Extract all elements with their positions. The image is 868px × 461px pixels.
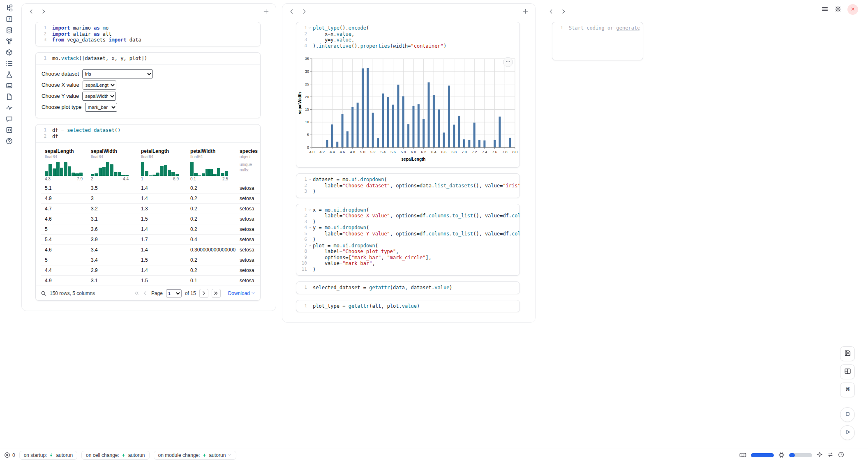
panel-documentation-button[interactable]	[3, 94, 15, 101]
svg-text:5.4: 5.4	[381, 150, 386, 154]
chevron-right-icon	[561, 9, 566, 16]
last-page-button[interactable]	[212, 289, 221, 298]
cell-editor[interactable]: 1Start coding or generate with AI	[552, 22, 643, 60]
panel-functions-button[interactable]: f	[3, 16, 15, 23]
settings-button[interactable]	[834, 5, 842, 14]
clock-icon	[838, 452, 844, 459]
notebook-column: 1Start coding or generate with AI	[541, 3, 648, 71]
column-header	[282, 4, 535, 20]
notebook-menu-button[interactable]	[821, 5, 829, 14]
generate-with-ai-link[interactable]: generate	[616, 25, 639, 31]
panel-chat-button[interactable]	[3, 116, 15, 123]
panel-dependency-graph-button[interactable]	[3, 38, 15, 46]
column-move-right-button[interactable]	[561, 9, 566, 16]
panel-layout-button[interactable]	[840, 364, 855, 379]
column-move-left-button[interactable]	[289, 9, 295, 16]
save-button[interactable]	[840, 346, 855, 361]
add-cell-button[interactable]	[263, 8, 269, 16]
fold-spacer	[46, 25, 52, 26]
line-number: 1	[296, 285, 307, 291]
plot-type-select[interactable]: mark_bar	[85, 103, 117, 112]
cell-editor[interactable]: 1x = mo.ui.dropdown(2 label="Choose X va…	[296, 204, 519, 276]
vega-bar-chart[interactable]: 051015202530354.04.24.44.64.85.05.25.45.…	[297, 55, 520, 164]
table-column-header[interactable]: sepalLengthfloat644.37.9	[41, 146, 87, 183]
fold-chevron-icon[interactable]	[307, 243, 313, 247]
page-select[interactable]: 1	[166, 289, 182, 297]
line-number: 1	[296, 207, 307, 213]
table-footer: 150 rows, 5 columnsPage1of 15Download	[36, 286, 260, 300]
ai-assistant-button[interactable]	[817, 452, 823, 459]
stop-icon	[844, 410, 851, 419]
table-cell: 0.2	[186, 214, 235, 224]
shutdown-button[interactable]	[847, 4, 858, 15]
table-column-header[interactable]: speciesobjectuniquenulls:	[235, 146, 260, 183]
column-move-left-button[interactable]	[28, 9, 34, 16]
dataset-select[interactable]: iris	[82, 69, 153, 78]
fold-spacer	[307, 43, 313, 44]
swap-view-button[interactable]	[827, 452, 833, 459]
line-number: 2	[296, 31, 307, 37]
first-page-button[interactable]	[134, 290, 139, 296]
code-line: 1mo.vstack([dataset, x, y, plot])	[36, 55, 257, 62]
keyboard-icon[interactable]	[739, 452, 746, 459]
cell-editor[interactable]: 1plot_type().encode(2 x=x.value,3 y=y.va…	[296, 22, 519, 52]
table-column-header[interactable]: petalWidthfloat640.12.5	[186, 146, 235, 183]
chevron-right-icon	[41, 9, 46, 16]
fold-chevron-icon[interactable]	[307, 25, 313, 30]
runtime-config-chip[interactable]: on cell change:autorun	[81, 451, 149, 460]
panel-help-button[interactable]	[3, 138, 15, 145]
close-x-icon	[850, 6, 856, 13]
table-cell: 0.2	[186, 265, 235, 275]
panel-variables-button[interactable]	[3, 83, 15, 90]
svg-text:7.8: 7.8	[502, 150, 508, 154]
cell-editor[interactable]: 1df = selected_dataset()2df	[36, 124, 260, 142]
chart-actions-button[interactable]	[503, 57, 513, 67]
svg-text:5: 5	[307, 133, 309, 137]
panel-tracebacks-button[interactable]	[3, 105, 15, 112]
table-column-header[interactable]: sepalWidthfloat6424.4	[87, 146, 137, 183]
download-button[interactable]: Download	[228, 290, 255, 296]
column-header	[22, 4, 276, 20]
cell-editor[interactable]: 1selected_dataset = getattr(data, datase…	[296, 282, 519, 294]
column-move-right-button[interactable]	[41, 9, 46, 16]
panel-database-button[interactable]	[3, 27, 15, 35]
fold-chevron-icon[interactable]	[307, 177, 313, 181]
cell-editor[interactable]: 1dataset = mo.ui.dropdown(2 label="Choos…	[296, 174, 519, 198]
keyboard-shortcuts-button[interactable]: ⌘	[840, 383, 855, 397]
table-cell: 4.6	[41, 244, 87, 255]
table-search-button[interactable]	[41, 290, 46, 296]
cell-editor[interactable]: 1import marimo as mo2import altair as al…	[36, 22, 260, 46]
interrupt-button[interactable]	[840, 407, 855, 422]
chip-icon	[778, 452, 785, 458]
run-all-button[interactable]	[840, 425, 855, 440]
code-line: 2 label="Choose dataset", options=data.l…	[296, 183, 516, 189]
panel-scratchpad-button[interactable]	[3, 71, 15, 79]
panel-outline-button[interactable]	[3, 60, 15, 68]
runtime-config-chip[interactable]: on startup:autorun	[19, 451, 77, 460]
add-cell-button[interactable]	[522, 8, 529, 16]
svg-text:6.6: 6.6	[441, 150, 447, 154]
fold-spacer	[46, 31, 52, 32]
fold-chevron-icon[interactable]	[307, 207, 313, 212]
error-counter[interactable]: 0	[4, 452, 15, 458]
table-column-header[interactable]: petalLengthfloat6416.9	[137, 146, 186, 183]
column-move-left-button[interactable]	[548, 9, 554, 16]
history-button[interactable]	[838, 452, 844, 459]
panel-snippets-button[interactable]	[3, 127, 15, 134]
x-value-select[interactable]: sepalLength	[83, 81, 116, 90]
cell-editor[interactable]: 1mo.vstack([dataset, x, y, plot])	[36, 53, 260, 65]
panel-package-button[interactable]	[3, 49, 15, 57]
next-page-button[interactable]	[199, 289, 208, 298]
runtime-config-chip[interactable]: on module change:autorun	[154, 451, 237, 460]
svg-text:6.2: 6.2	[421, 150, 426, 154]
page-label: Page	[151, 290, 163, 296]
code-line: 1selected_dataset = getattr(data, datase…	[296, 285, 516, 291]
line-number: 3	[296, 189, 307, 195]
y-value-select[interactable]: sepalWidth	[82, 92, 116, 101]
fold-chevron-icon[interactable]	[307, 225, 313, 229]
panel-file-tree-button[interactable]	[3, 5, 15, 12]
column-move-right-button[interactable]	[301, 9, 307, 16]
cell-editor[interactable]: 1plot_type = getattr(alt, plot.value)	[296, 300, 519, 312]
svg-text:⌘: ⌘	[845, 386, 850, 392]
prev-page-button[interactable]	[143, 290, 148, 296]
